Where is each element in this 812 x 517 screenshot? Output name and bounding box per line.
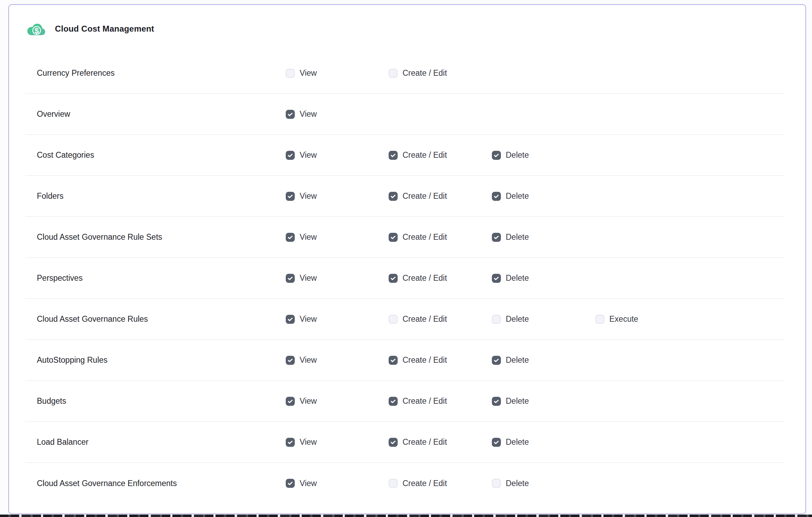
view-checkbox[interactable] [286,479,295,488]
create-edit-checkbox[interactable] [389,274,398,283]
view-checkbox[interactable] [286,192,295,201]
create-edit-checkbox[interactable] [389,151,398,160]
create-edit-checkbox[interactable] [389,233,398,242]
resource-label: Cloud Asset Governance Enforcements [37,463,177,504]
create-edit-checkbox[interactable] [389,315,398,324]
permission-label: Delete [506,437,529,447]
permission-cell: Delete [492,422,529,462]
delete-checkbox[interactable] [492,438,501,447]
permission-cell: Delete [492,217,529,257]
check-icon [390,152,396,158]
check-icon [390,357,396,363]
permission-cell: View [286,217,317,257]
permission-label: Create / Edit [403,191,447,201]
permission-cell: View [286,381,317,421]
permission-row: AutoStopping Rules View Create / Edit De… [25,340,785,381]
create-edit-checkbox[interactable] [389,438,398,447]
permission-cell: Create / Edit [389,217,447,257]
permission-cell: Create / Edit [389,53,447,93]
view-checkbox[interactable] [286,397,295,406]
permission-cell: Create / Edit [389,176,447,216]
create-edit-checkbox[interactable] [389,479,398,488]
execute-checkbox[interactable] [595,315,604,324]
check-icon [390,398,396,404]
check-icon [390,193,396,199]
delete-checkbox[interactable] [492,151,501,160]
check-icon [287,398,293,404]
permission-row: Cost Categories View Create / Edit Delet… [25,135,785,176]
permission-cell: Create / Edit [389,381,447,421]
view-checkbox[interactable] [286,151,295,160]
permission-label: View [300,479,317,488]
check-icon [287,480,293,486]
permission-row: Cloud Asset Governance Rule Sets View Cr… [25,217,785,258]
permission-label: Delete [506,150,529,160]
permission-label: View [300,314,317,324]
permission-label: Delete [506,396,529,406]
permission-cell: Create / Edit [389,463,447,504]
check-icon [493,152,500,158]
delete-checkbox[interactable] [492,274,501,283]
permission-label: Create / Edit [403,150,447,160]
permission-cell: Create / Edit [389,422,447,462]
check-icon [287,439,293,445]
permission-cell: Create / Edit [389,299,447,339]
view-checkbox[interactable] [286,69,295,78]
resource-label: AutoStopping Rules [37,340,107,380]
check-icon [493,275,500,281]
check-icon [287,316,293,322]
create-edit-checkbox[interactable] [389,356,398,365]
permission-cell: Create / Edit [389,340,447,380]
permission-label: View [300,191,317,201]
delete-checkbox[interactable] [492,356,501,365]
check-icon [287,234,293,240]
permission-cell: Delete [492,176,529,216]
module-header: $ Cloud Cost Management [9,5,805,53]
check-icon [287,357,293,363]
resource-label: Currency Preferences [37,53,115,93]
permission-cell: Create / Edit [389,258,447,298]
permission-row: Cloud Asset Governance Rules View Create… [25,299,785,340]
check-icon [390,275,396,281]
delete-checkbox[interactable] [492,397,501,406]
svg-text:$: $ [34,26,39,35]
create-edit-checkbox[interactable] [389,192,398,201]
check-icon [287,275,293,281]
view-checkbox[interactable] [286,233,295,242]
resource-label: Cloud Asset Governance Rule Sets [37,217,162,257]
check-icon [493,439,500,445]
view-checkbox[interactable] [286,274,295,283]
permission-cell: Delete [492,381,529,421]
create-edit-checkbox[interactable] [389,397,398,406]
cropped-content-below-card [0,515,812,517]
delete-checkbox[interactable] [492,315,501,324]
permission-label: View [300,68,317,78]
delete-checkbox[interactable] [492,192,501,201]
delete-checkbox[interactable] [492,479,501,488]
permission-label: View [300,437,317,447]
delete-checkbox[interactable] [492,233,501,242]
permission-label: Create / Edit [403,437,447,447]
permission-label: Create / Edit [403,479,447,488]
permission-label: Create / Edit [403,232,447,242]
view-checkbox[interactable] [286,438,295,447]
resource-label: Budgets [37,381,66,421]
check-icon [287,193,293,199]
permission-cell: Create / Edit [389,135,447,175]
check-icon [390,234,396,240]
check-icon [493,398,500,404]
permission-label: View [300,150,317,160]
check-icon [287,111,293,117]
view-checkbox[interactable] [286,315,295,324]
view-checkbox[interactable] [286,110,295,119]
view-checkbox[interactable] [286,356,295,365]
create-edit-checkbox[interactable] [389,69,398,78]
permission-cell: View [286,53,317,93]
permission-label: Execute [609,314,638,324]
permission-label: Delete [506,273,529,283]
permission-cell: Delete [492,463,529,504]
permission-cell: View [286,299,317,339]
permission-cell: View [286,94,317,134]
permission-label: Create / Edit [403,314,447,324]
resource-label: Perspectives [37,258,83,298]
